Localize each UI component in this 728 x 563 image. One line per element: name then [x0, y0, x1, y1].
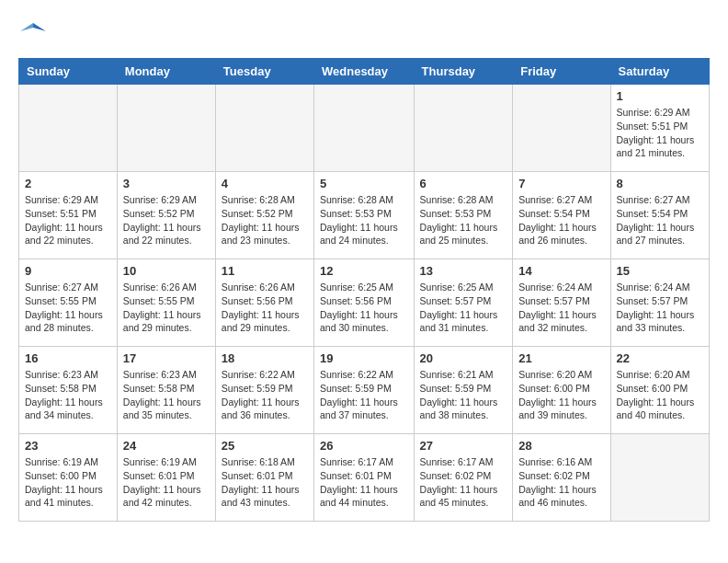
calendar-cell — [314, 85, 415, 172]
day-number: 8 — [617, 177, 703, 190]
day-info: Sunrise: 6:29 AM Sunset: 5:51 PM Dayligh… — [617, 106, 703, 160]
day-number: 17 — [123, 351, 210, 365]
day-number: 5 — [320, 177, 408, 190]
calendar-cell — [117, 85, 215, 172]
calendar-cell: 16Sunrise: 6:23 AM Sunset: 5:58 PM Dayli… — [19, 347, 118, 434]
week-row-1: 1Sunrise: 6:29 AM Sunset: 5:51 PM Daylig… — [19, 85, 710, 172]
day-info: Sunrise: 6:26 AM Sunset: 5:56 PM Dayligh… — [222, 281, 308, 335]
calendar-cell: 23Sunrise: 6:19 AM Sunset: 6:00 PM Dayli… — [19, 434, 118, 522]
day-info: Sunrise: 6:28 AM Sunset: 5:53 PM Dayligh… — [420, 193, 507, 247]
calendar-cell: 13Sunrise: 6:25 AM Sunset: 5:57 PM Dayli… — [414, 259, 513, 347]
day-info: Sunrise: 6:28 AM Sunset: 5:53 PM Dayligh… — [320, 193, 408, 247]
calendar-cell: 8Sunrise: 6:27 AM Sunset: 5:54 PM Daylig… — [610, 172, 709, 259]
day-info: Sunrise: 6:22 AM Sunset: 5:59 PM Dayligh… — [320, 368, 408, 422]
day-info: Sunrise: 6:18 AM Sunset: 6:01 PM Dayligh… — [222, 455, 308, 510]
calendar-cell: 10Sunrise: 6:26 AM Sunset: 5:55 PM Dayli… — [117, 259, 215, 347]
day-info: Sunrise: 6:23 AM Sunset: 5:58 PM Dayligh… — [25, 368, 111, 422]
calendar-cell: 2Sunrise: 6:29 AM Sunset: 5:51 PM Daylig… — [19, 172, 118, 259]
calendar-header-wednesday: Wednesday — [314, 59, 415, 85]
calendar-header-saturday: Saturday — [610, 59, 709, 85]
day-number: 21 — [518, 351, 604, 365]
day-number: 22 — [617, 351, 703, 365]
week-row-4: 16Sunrise: 6:23 AM Sunset: 5:58 PM Dayli… — [19, 347, 710, 434]
day-info: Sunrise: 6:27 AM Sunset: 5:55 PM Dayligh… — [25, 281, 111, 335]
day-info: Sunrise: 6:26 AM Sunset: 5:55 PM Dayligh… — [123, 281, 210, 335]
day-number: 19 — [320, 351, 408, 365]
day-number: 10 — [123, 264, 210, 278]
week-row-5: 23Sunrise: 6:19 AM Sunset: 6:00 PM Dayli… — [19, 434, 710, 522]
week-row-3: 9Sunrise: 6:27 AM Sunset: 5:55 PM Daylig… — [19, 259, 710, 347]
day-number: 7 — [518, 177, 604, 190]
calendar-cell: 1Sunrise: 6:29 AM Sunset: 5:51 PM Daylig… — [610, 85, 709, 172]
svg-marker-1 — [20, 23, 33, 31]
day-info: Sunrise: 6:27 AM Sunset: 5:54 PM Dayligh… — [617, 193, 703, 247]
calendar-cell: 26Sunrise: 6:17 AM Sunset: 6:01 PM Dayli… — [314, 434, 415, 522]
day-number: 16 — [25, 351, 111, 365]
calendar: SundayMondayTuesdayWednesdayThursdayFrid… — [18, 58, 710, 522]
logo-bird-icon — [20, 18, 46, 44]
calendar-header-tuesday: Tuesday — [215, 59, 313, 85]
calendar-cell: 20Sunrise: 6:21 AM Sunset: 5:59 PM Dayli… — [414, 347, 513, 434]
day-number: 6 — [420, 177, 507, 190]
day-info: Sunrise: 6:25 AM Sunset: 5:57 PM Dayligh… — [420, 281, 507, 335]
logo-text — [18, 18, 46, 49]
day-info: Sunrise: 6:29 AM Sunset: 5:51 PM Dayligh… — [25, 193, 111, 247]
calendar-cell: 4Sunrise: 6:28 AM Sunset: 5:52 PM Daylig… — [215, 172, 313, 259]
day-number: 11 — [222, 264, 308, 278]
day-info: Sunrise: 6:28 AM Sunset: 5:52 PM Dayligh… — [222, 193, 308, 247]
day-number: 12 — [320, 264, 408, 278]
day-number: 23 — [25, 439, 111, 453]
day-info: Sunrise: 6:19 AM Sunset: 6:00 PM Dayligh… — [25, 455, 111, 510]
day-info: Sunrise: 6:27 AM Sunset: 5:54 PM Dayligh… — [518, 193, 604, 247]
day-info: Sunrise: 6:17 AM Sunset: 6:02 PM Dayligh… — [420, 455, 507, 510]
calendar-cell: 14Sunrise: 6:24 AM Sunset: 5:57 PM Dayli… — [513, 259, 610, 347]
calendar-cell: 12Sunrise: 6:25 AM Sunset: 5:56 PM Dayli… — [314, 259, 415, 347]
day-number: 13 — [420, 264, 507, 278]
calendar-header-thursday: Thursday — [414, 59, 513, 85]
day-number: 14 — [518, 264, 604, 278]
day-number: 2 — [25, 177, 111, 190]
day-number: 26 — [320, 439, 408, 453]
day-number: 27 — [420, 439, 507, 453]
day-info: Sunrise: 6:20 AM Sunset: 6:00 PM Dayligh… — [518, 368, 604, 422]
day-info: Sunrise: 6:16 AM Sunset: 6:02 PM Dayligh… — [518, 455, 604, 510]
day-number: 3 — [123, 177, 210, 190]
day-info: Sunrise: 6:25 AM Sunset: 5:56 PM Dayligh… — [320, 281, 408, 335]
day-info: Sunrise: 6:29 AM Sunset: 5:52 PM Dayligh… — [123, 193, 210, 247]
calendar-cell: 3Sunrise: 6:29 AM Sunset: 5:52 PM Daylig… — [117, 172, 215, 259]
calendar-cell: 18Sunrise: 6:22 AM Sunset: 5:59 PM Dayli… — [215, 347, 313, 434]
calendar-cell: 25Sunrise: 6:18 AM Sunset: 6:01 PM Dayli… — [215, 434, 313, 522]
calendar-cell — [610, 434, 709, 522]
day-number: 1 — [617, 89, 703, 103]
day-number: 20 — [420, 351, 507, 365]
calendar-cell — [513, 85, 610, 172]
calendar-cell: 11Sunrise: 6:26 AM Sunset: 5:56 PM Dayli… — [215, 259, 313, 347]
calendar-cell: 9Sunrise: 6:27 AM Sunset: 5:55 PM Daylig… — [19, 259, 118, 347]
day-info: Sunrise: 6:23 AM Sunset: 5:58 PM Dayligh… — [123, 368, 210, 422]
day-number: 9 — [25, 264, 111, 278]
calendar-header-sunday: Sunday — [19, 59, 118, 85]
calendar-cell: 15Sunrise: 6:24 AM Sunset: 5:57 PM Dayli… — [610, 259, 709, 347]
calendar-header-row: SundayMondayTuesdayWednesdayThursdayFrid… — [19, 59, 710, 85]
day-number: 4 — [222, 177, 308, 190]
calendar-cell — [215, 85, 313, 172]
day-number: 25 — [222, 439, 308, 453]
day-info: Sunrise: 6:24 AM Sunset: 5:57 PM Dayligh… — [617, 281, 703, 335]
day-number: 18 — [222, 351, 308, 365]
day-number: 15 — [617, 264, 703, 278]
calendar-header-friday: Friday — [513, 59, 610, 85]
calendar-cell: 27Sunrise: 6:17 AM Sunset: 6:02 PM Dayli… — [414, 434, 513, 522]
calendar-cell: 21Sunrise: 6:20 AM Sunset: 6:00 PM Dayli… — [513, 347, 610, 434]
logo — [18, 18, 46, 49]
week-row-2: 2Sunrise: 6:29 AM Sunset: 5:51 PM Daylig… — [19, 172, 710, 259]
calendar-cell: 5Sunrise: 6:28 AM Sunset: 5:53 PM Daylig… — [314, 172, 415, 259]
calendar-cell: 7Sunrise: 6:27 AM Sunset: 5:54 PM Daylig… — [513, 172, 610, 259]
calendar-header-monday: Monday — [117, 59, 215, 85]
calendar-cell: 24Sunrise: 6:19 AM Sunset: 6:01 PM Dayli… — [117, 434, 215, 522]
calendar-cell — [19, 85, 118, 172]
calendar-cell — [414, 85, 513, 172]
calendar-cell: 22Sunrise: 6:20 AM Sunset: 6:00 PM Dayli… — [610, 347, 709, 434]
day-info: Sunrise: 6:22 AM Sunset: 5:59 PM Dayligh… — [222, 368, 308, 422]
day-info: Sunrise: 6:21 AM Sunset: 5:59 PM Dayligh… — [420, 368, 507, 422]
day-number: 24 — [123, 439, 210, 453]
